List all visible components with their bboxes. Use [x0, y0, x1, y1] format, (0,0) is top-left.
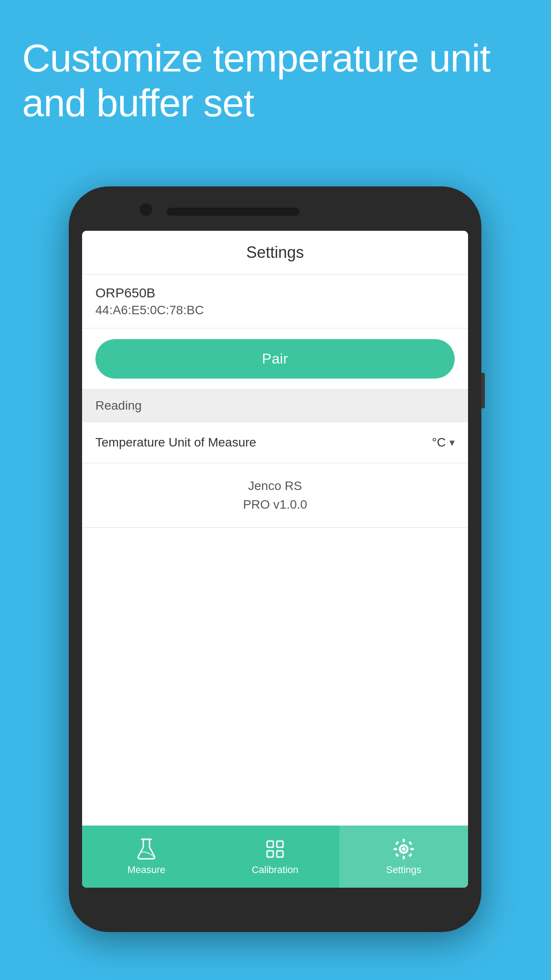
svg-rect-9 — [403, 856, 405, 859]
svg-rect-8 — [403, 839, 405, 842]
svg-point-7 — [402, 847, 405, 851]
temperature-unit-value: °C — [432, 435, 446, 450]
svg-rect-10 — [394, 848, 397, 850]
bottom-nav: Measure Calib — [82, 826, 468, 888]
svg-rect-11 — [410, 848, 414, 850]
nav-label-measure: Measure — [127, 864, 165, 876]
device-mac: 44:A6:E5:0C:78:BC — [95, 303, 455, 317]
svg-rect-3 — [267, 851, 273, 857]
temperature-unit-row[interactable]: Temperature Unit of Measure °C ▾ — [82, 422, 468, 463]
screen-spacer — [82, 528, 468, 826]
device-info-row: ORP650B 44:A6:E5:0C:78:BC — [82, 275, 468, 328]
page-background: Customize temperature unit and buffer se… — [0, 0, 551, 980]
phone-screen: Settings ORP650B 44:A6:E5:0C:78:BC Pair … — [82, 231, 468, 888]
nav-item-calibration[interactable]: Calibration — [211, 826, 339, 888]
version-line1: Jenco RS — [248, 479, 302, 493]
flask-icon — [135, 838, 158, 861]
nav-label-calibration: Calibration — [252, 864, 298, 876]
version-row: Jenco RS PRO v1.0.0 — [82, 463, 468, 528]
svg-rect-1 — [267, 841, 273, 847]
nav-label-settings: Settings — [386, 864, 421, 876]
app-topbar: Settings — [82, 231, 468, 275]
temperature-unit-value-container[interactable]: °C ▾ — [432, 435, 455, 450]
nav-item-measure[interactable]: Measure — [82, 826, 211, 888]
device-name: ORP650B — [95, 285, 455, 300]
calibration-icon — [264, 838, 287, 861]
svg-rect-4 — [277, 851, 283, 857]
reading-section-header: Reading — [82, 390, 468, 422]
svg-rect-2 — [277, 841, 283, 847]
side-button — [481, 373, 485, 408]
version-line2: PRO v1.0.0 — [243, 498, 307, 511]
phone-speaker — [166, 208, 299, 216]
phone-camera — [140, 203, 152, 216]
app-content: Settings ORP650B 44:A6:E5:0C:78:BC Pair … — [82, 231, 468, 888]
chevron-down-icon: ▾ — [449, 436, 455, 449]
pair-button[interactable]: Pair — [95, 339, 455, 379]
pair-row: Pair — [82, 328, 468, 390]
reading-label: Reading — [95, 399, 142, 412]
headline: Customize temperature unit and buffer se… — [22, 36, 529, 125]
gear-icon — [392, 838, 415, 861]
version-text: Jenco RS PRO v1.0.0 — [95, 477, 455, 514]
temperature-unit-label: Temperature Unit of Measure — [95, 435, 256, 450]
app-title: Settings — [246, 243, 304, 261]
phone-shell: Settings ORP650B 44:A6:E5:0C:78:BC Pair … — [69, 186, 481, 932]
nav-item-settings[interactable]: Settings — [339, 826, 468, 888]
